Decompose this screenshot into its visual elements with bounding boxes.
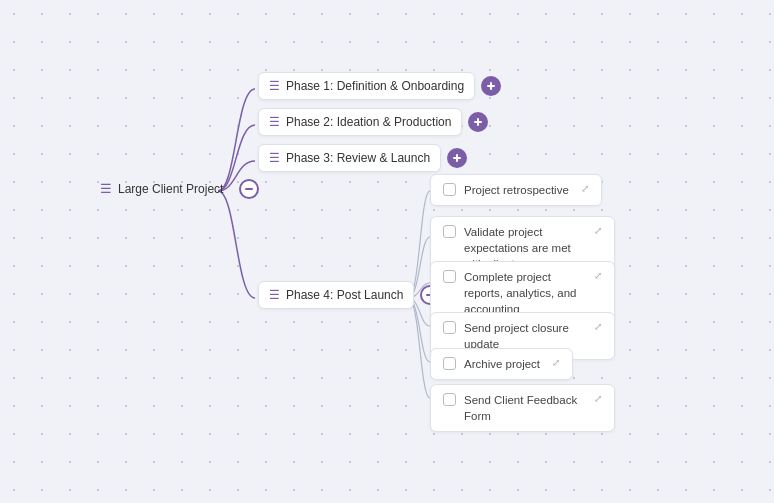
phase-icon: ☰ (269, 288, 280, 302)
task5-label: Archive project (464, 356, 540, 372)
task1-checkbox[interactable] (443, 183, 456, 196)
task6-label: Send Client Feedback Form (464, 392, 582, 424)
large-client-expand[interactable] (239, 179, 259, 199)
phase1-node: ☰ Phase 1: Definition & Onboarding (258, 72, 501, 100)
phase4-label: Phase 4: Post Launch (286, 288, 403, 302)
large-client-label: Large Client Project (118, 182, 223, 196)
phase2-label: Phase 2: Ideation & Production (286, 115, 451, 129)
task6-checkbox[interactable] (443, 393, 456, 406)
phase-icon: ☰ (269, 79, 280, 93)
phase-icon: ☰ (269, 151, 280, 165)
task1-label: Project retrospective (464, 182, 569, 198)
task5-expand-icon[interactable]: ⤢ (548, 356, 560, 370)
task3-label: Complete project reports, analytics, and… (464, 269, 582, 317)
task3-checkbox[interactable] (443, 270, 456, 283)
task2-checkbox[interactable] (443, 225, 456, 238)
task6-expand-icon[interactable]: ⤢ (590, 392, 602, 406)
phase-icon: ☰ (269, 115, 280, 129)
phase3-expand[interactable] (447, 148, 467, 168)
grid-icon: ☰ (100, 181, 112, 196)
task2-expand-icon[interactable]: ⤢ (590, 224, 602, 238)
task4-checkbox[interactable] (443, 321, 456, 334)
phase3-node: ☰ Phase 3: Review & Launch (258, 144, 467, 172)
phase3-label: Phase 3: Review & Launch (286, 151, 430, 165)
task5-node: Archive project ⤢ (430, 348, 573, 380)
task6-node: Send Client Feedback Form ⤢ (430, 384, 615, 432)
phase4-node: ☰ Phase 4: Post Launch (258, 281, 440, 309)
task3-expand-icon[interactable]: ⤢ (590, 269, 602, 283)
task1-expand-icon[interactable]: ⤢ (577, 182, 589, 196)
large-client-project-node: ☰ Large Client Project (90, 175, 259, 202)
phase2-node: ☰ Phase 2: Ideation & Production (258, 108, 488, 136)
task5-checkbox[interactable] (443, 357, 456, 370)
task4-expand-icon[interactable]: ⤢ (590, 320, 602, 334)
phase1-expand[interactable] (481, 76, 501, 96)
task1-node: Project retrospective ⤢ (430, 174, 602, 206)
phase1-label: Phase 1: Definition & Onboarding (286, 79, 464, 93)
phase2-expand[interactable] (468, 112, 488, 132)
